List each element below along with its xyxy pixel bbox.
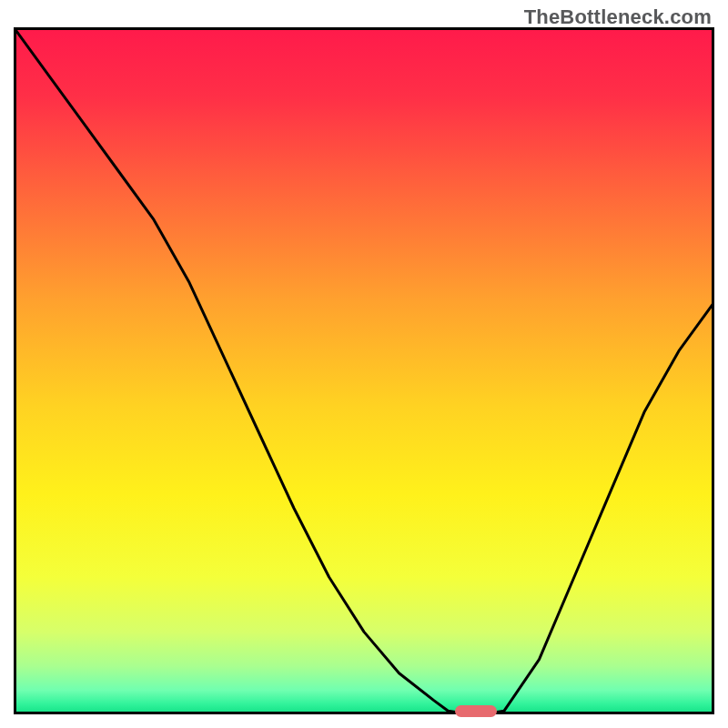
frame-left — [14, 27, 16, 714]
plot-frame — [14, 27, 714, 714]
watermark-text: TheBottleneck.com — [524, 5, 712, 29]
frame-bottom — [14, 712, 714, 714]
optimal-range-marker — [455, 705, 497, 717]
frame-right — [712, 27, 714, 714]
frame-top — [14, 27, 714, 30]
